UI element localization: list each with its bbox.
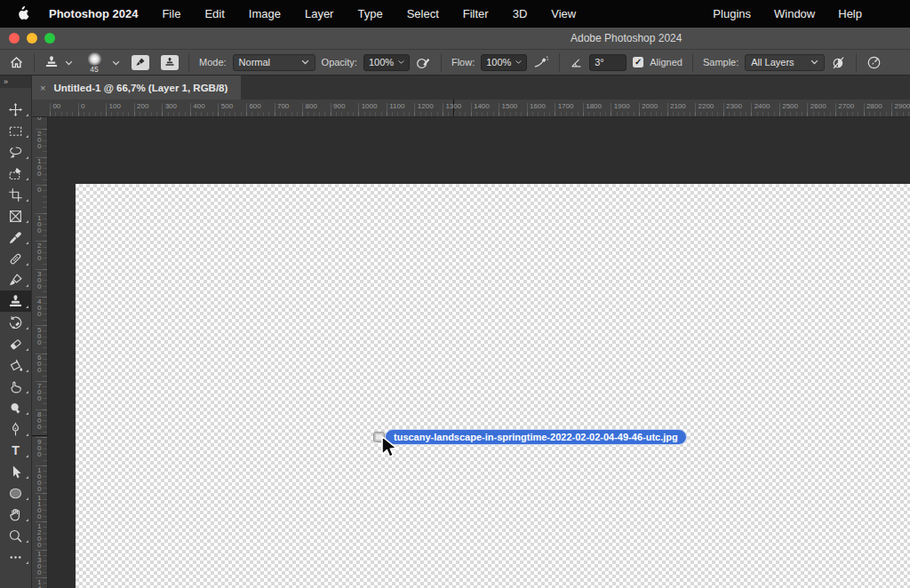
ruler-label: 0: [37, 187, 41, 193]
ruler-label: 1400: [474, 102, 490, 110]
airbrush-icon[interactable]: [533, 55, 549, 70]
brush-angle-input[interactable]: 3°: [589, 54, 627, 71]
menu-app-name[interactable]: Photoshop 2024: [49, 7, 138, 20]
pressure-opacity-icon[interactable]: [416, 55, 431, 70]
opacity-label: Opacity:: [322, 57, 357, 68]
move-tool[interactable]: [0, 99, 31, 120]
ruler-label: 1 0 0 0: [37, 467, 41, 492]
clone-source-panel-icon[interactable]: [161, 55, 179, 70]
history-brush-tool[interactable]: [0, 312, 31, 333]
pen-tool[interactable]: [0, 418, 31, 440]
menu-item-layer[interactable]: Layer: [305, 7, 334, 20]
smudge-icon: [8, 379, 23, 394]
menu-item-file[interactable]: File: [162, 7, 180, 20]
window-titlebar: Adobe Photoshop 2024: [0, 27, 910, 50]
document-tab[interactable]: × Untitled-1 @ 66,7% (Layer 1, RGB/8): [32, 75, 241, 99]
ruler-label: 1700: [558, 102, 574, 110]
ruler-label: 3 0 0: [37, 271, 41, 290]
ruler-ticks: [50, 112, 910, 116]
ruler-label: 2800: [866, 102, 882, 110]
ellipse-tool[interactable]: [0, 482, 31, 504]
ignore-adjustment-layers-icon[interactable]: [831, 55, 846, 70]
menu-item-image[interactable]: Image: [249, 7, 281, 20]
object-selection-tool[interactable]: [0, 163, 31, 184]
eraser-icon: [8, 337, 23, 352]
menu-item-view[interactable]: View: [551, 7, 576, 20]
path-selection-tool[interactable]: [0, 461, 31, 482]
brush-preset-picker[interactable]: 45: [83, 52, 106, 73]
ruler-label: 1 4 0 0: [37, 579, 41, 588]
blend-mode-select[interactable]: Normal: [233, 54, 315, 71]
smudge-tool[interactable]: [0, 376, 31, 397]
chevron-down-icon[interactable]: [65, 57, 73, 68]
chevron-down-icon: [515, 60, 522, 65]
eraser-tool[interactable]: [0, 333, 31, 354]
spot-healing-brush-tool[interactable]: [0, 248, 31, 269]
menu-item-help[interactable]: Help: [838, 7, 862, 20]
pressure-size-icon[interactable]: [866, 55, 882, 70]
chevron-down-icon: [810, 60, 818, 65]
menu-item-plugins[interactable]: Plugins: [713, 7, 751, 20]
divider: [856, 53, 857, 72]
divider: [441, 53, 442, 72]
type-icon: T: [8, 443, 23, 458]
ruler-label: 400: [193, 102, 204, 110]
type-tool[interactable]: T: [0, 440, 31, 461]
brush-size-value: 45: [90, 66, 98, 73]
divider: [188, 53, 189, 72]
minimize-window-button[interactable]: [27, 33, 37, 44]
paint-bucket-tool[interactable]: [0, 354, 31, 376]
menu-item-3d[interactable]: 3D: [513, 7, 528, 20]
brush-tool[interactable]: [0, 269, 31, 290]
flow-label: Flow:: [451, 57, 475, 68]
close-window-button[interactable]: [9, 33, 20, 44]
aligned-checkbox[interactable]: ✓: [633, 57, 643, 68]
macos-menubar: Photoshop 2024 FileEditImageLayerTypeSel…: [0, 0, 910, 27]
menu-item-select[interactable]: Select: [407, 7, 439, 20]
close-tab-icon[interactable]: ×: [40, 83, 45, 93]
opacity-value: 100%: [369, 57, 394, 68]
zoom-tool[interactable]: [0, 525, 31, 546]
canvas[interactable]: tuscany-landscape-in-springtime-2022-02-…: [48, 117, 910, 588]
rectangular-marquee-tool[interactable]: [0, 120, 31, 141]
brush-settings-panel-icon[interactable]: [132, 55, 149, 70]
edit-toolbar[interactable]: [0, 546, 31, 568]
chevron-down-icon: [301, 60, 309, 65]
crop-tool[interactable]: [0, 184, 31, 205]
frame-tool[interactable]: [0, 205, 31, 226]
ruler-label: 1100: [389, 102, 404, 110]
ruler-label: 1600: [530, 102, 546, 110]
ruler-label: 100: [109, 102, 121, 110]
collapse-tools-panel-button[interactable]: »: [0, 75, 31, 88]
menu-item-filter[interactable]: Filter: [463, 7, 489, 20]
menu-item-type[interactable]: Type: [357, 7, 382, 20]
more-icon: [8, 550, 23, 565]
zoom-window-button[interactable]: [44, 33, 55, 44]
document-area: × Untitled-1 @ 66,7% (Layer 1, RGB/8) 00…: [32, 75, 910, 588]
cursor-position-marker: [32, 435, 47, 436]
ruler-label: 2900: [895, 102, 910, 110]
ruler-label: 2600: [810, 102, 826, 110]
ruler-label: 1 0 0: [37, 215, 41, 234]
clone-stamp-tool[interactable]: [0, 290, 31, 312]
hand-tool[interactable]: [0, 504, 31, 525]
sample-label: Sample:: [703, 57, 738, 68]
home-icon[interactable]: [9, 55, 24, 70]
eyedropper-tool[interactable]: [0, 226, 31, 248]
aligned-label[interactable]: Aligned: [650, 57, 682, 68]
sample-select[interactable]: All Layers: [745, 54, 825, 71]
dodge-tool[interactable]: [0, 397, 31, 418]
horizontal-ruler: 0001002003004005006007008009001000110012…: [32, 99, 910, 117]
flow-input[interactable]: 100%: [481, 54, 527, 71]
menu-item-edit[interactable]: Edit: [204, 7, 224, 20]
crop-icon: [8, 187, 23, 203]
chevron-down-icon[interactable]: [112, 57, 120, 68]
paint-bucket-icon: [8, 358, 23, 373]
clone-stamp-icon[interactable]: [44, 55, 59, 69]
vertical-ruler: 3 0 02 0 01 0 001 0 02 0 03 0 04 0 05 0 …: [32, 117, 48, 588]
opacity-input[interactable]: 100%: [363, 54, 410, 71]
lasso-tool[interactable]: [0, 141, 31, 163]
menu-items-right: PluginsWindowHelp: [713, 7, 910, 20]
menu-item-window[interactable]: Window: [774, 7, 815, 20]
apple-icon[interactable]: [16, 6, 29, 21]
